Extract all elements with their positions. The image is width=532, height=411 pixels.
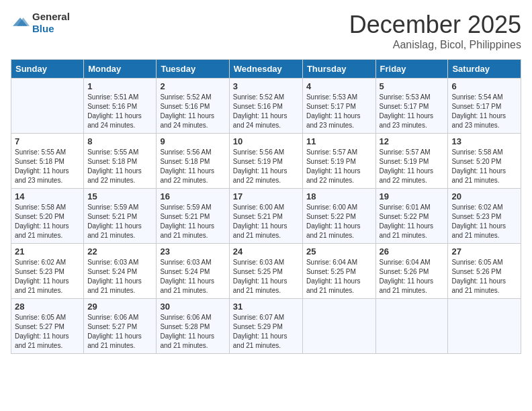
day-number: 5: [380, 81, 445, 91]
calendar-cell: 3Sunrise: 5:52 AMSunset: 5:16 PMDaylight…: [229, 79, 302, 134]
day-number: 11: [306, 136, 372, 146]
calendar-cell: 20Sunrise: 6:02 AMSunset: 5:23 PMDayligh…: [448, 189, 521, 244]
calendar-cell: 6Sunrise: 5:54 AMSunset: 5:17 PMDaylight…: [448, 79, 521, 134]
day-info: Sunrise: 6:03 AMSunset: 5:24 PMDaylight:…: [160, 258, 225, 295]
calendar-cell: 13Sunrise: 5:58 AMSunset: 5:20 PMDayligh…: [448, 134, 521, 189]
logo-icon: [11, 15, 30, 30]
day-info: Sunrise: 5:58 AMSunset: 5:20 PMDaylight:…: [15, 203, 80, 240]
calendar-cell: 12Sunrise: 5:57 AMSunset: 5:19 PMDayligh…: [375, 134, 448, 189]
day-info: Sunrise: 5:52 AMSunset: 5:16 PMDaylight:…: [160, 93, 225, 130]
day-info: Sunrise: 6:05 AMSunset: 5:27 PMDaylight:…: [15, 313, 80, 351]
logo-text-general: General: [32, 11, 70, 22]
calendar-cell: 2Sunrise: 5:52 AMSunset: 5:16 PMDaylight…: [157, 79, 229, 134]
day-info: Sunrise: 5:56 AMSunset: 5:18 PMDaylight:…: [160, 148, 225, 185]
calendar-week-row: 28Sunrise: 6:05 AMSunset: 5:27 PMDayligh…: [11, 299, 521, 354]
calendar-cell: [302, 299, 375, 354]
day-number: 3: [233, 81, 299, 91]
day-info: Sunrise: 6:01 AMSunset: 5:22 PMDaylight:…: [380, 203, 445, 240]
day-info: Sunrise: 5:53 AMSunset: 5:17 PMDaylight:…: [380, 93, 445, 130]
day-info: Sunrise: 5:57 AMSunset: 5:19 PMDaylight:…: [380, 148, 445, 185]
calendar-cell: 9Sunrise: 5:56 AMSunset: 5:18 PMDaylight…: [157, 134, 229, 189]
calendar: SundayMondayTuesdayWednesdayThursdayFrid…: [11, 59, 521, 354]
day-number: 6: [451, 81, 517, 91]
calendar-cell: 16Sunrise: 5:59 AMSunset: 5:21 PMDayligh…: [157, 189, 229, 244]
calendar-header-friday: Friday: [375, 60, 448, 79]
day-number: 25: [306, 246, 372, 257]
day-number: 18: [306, 191, 372, 201]
logo: General Blue: [11, 11, 70, 35]
day-info: Sunrise: 5:59 AMSunset: 5:21 PMDaylight:…: [160, 203, 225, 240]
day-info: Sunrise: 5:58 AMSunset: 5:20 PMDaylight:…: [451, 148, 517, 185]
calendar-cell: 31Sunrise: 6:07 AMSunset: 5:29 PMDayligh…: [229, 299, 302, 354]
calendar-header-monday: Monday: [84, 60, 157, 79]
day-info: Sunrise: 5:57 AMSunset: 5:19 PMDaylight:…: [306, 148, 372, 185]
calendar-header-tuesday: Tuesday: [157, 60, 229, 79]
day-info: Sunrise: 5:54 AMSunset: 5:17 PMDaylight:…: [451, 93, 517, 130]
day-number: 31: [233, 302, 299, 312]
day-number: 22: [87, 246, 152, 257]
day-info: Sunrise: 6:07 AMSunset: 5:29 PMDaylight:…: [233, 313, 299, 351]
day-info: Sunrise: 6:06 AMSunset: 5:27 PMDaylight:…: [87, 313, 152, 351]
day-number: 15: [87, 191, 152, 201]
calendar-cell: 10Sunrise: 5:56 AMSunset: 5:19 PMDayligh…: [229, 134, 302, 189]
day-info: Sunrise: 5:59 AMSunset: 5:21 PMDaylight:…: [87, 203, 152, 240]
calendar-cell: 5Sunrise: 5:53 AMSunset: 5:17 PMDaylight…: [375, 79, 448, 134]
day-info: Sunrise: 6:03 AMSunset: 5:24 PMDaylight:…: [87, 258, 152, 295]
day-number: 28: [15, 302, 80, 312]
calendar-cell: 22Sunrise: 6:03 AMSunset: 5:24 PMDayligh…: [84, 244, 157, 299]
calendar-week-row: 21Sunrise: 6:02 AMSunset: 5:23 PMDayligh…: [11, 244, 521, 299]
calendar-cell: 11Sunrise: 5:57 AMSunset: 5:19 PMDayligh…: [302, 134, 375, 189]
day-info: Sunrise: 6:00 AMSunset: 5:22 PMDaylight:…: [306, 203, 372, 240]
day-info: Sunrise: 6:02 AMSunset: 5:23 PMDaylight:…: [451, 203, 517, 240]
day-info: Sunrise: 5:55 AMSunset: 5:18 PMDaylight:…: [15, 148, 80, 185]
calendar-cell: [375, 299, 448, 354]
calendar-cell: 1Sunrise: 5:51 AMSunset: 5:16 PMDaylight…: [84, 79, 157, 134]
calendar-cell: 24Sunrise: 6:03 AMSunset: 5:25 PMDayligh…: [229, 244, 302, 299]
day-number: 4: [306, 81, 372, 91]
location-title: Aanislag, Bicol, Philippines: [349, 39, 521, 51]
calendar-header-thursday: Thursday: [302, 60, 375, 79]
day-info: Sunrise: 5:55 AMSunset: 5:18 PMDaylight:…: [87, 148, 152, 185]
day-number: 14: [15, 191, 80, 201]
day-number: 26: [380, 246, 445, 257]
calendar-cell: 23Sunrise: 6:03 AMSunset: 5:24 PMDayligh…: [157, 244, 229, 299]
calendar-week-row: 7Sunrise: 5:55 AMSunset: 5:18 PMDaylight…: [11, 134, 521, 189]
day-info: Sunrise: 6:00 AMSunset: 5:21 PMDaylight:…: [233, 203, 299, 240]
day-info: Sunrise: 6:04 AMSunset: 5:25 PMDaylight:…: [306, 258, 372, 295]
day-number: 1: [87, 81, 152, 91]
calendar-cell: 19Sunrise: 6:01 AMSunset: 5:22 PMDayligh…: [375, 189, 448, 244]
calendar-header-row: SundayMondayTuesdayWednesdayThursdayFrid…: [11, 60, 521, 79]
calendar-cell: 25Sunrise: 6:04 AMSunset: 5:25 PMDayligh…: [302, 244, 375, 299]
day-number: 29: [87, 302, 152, 312]
day-number: 20: [451, 191, 517, 201]
day-number: 24: [233, 246, 299, 257]
day-number: 23: [160, 246, 225, 257]
calendar-cell: 27Sunrise: 6:05 AMSunset: 5:26 PMDayligh…: [448, 244, 521, 299]
day-number: 30: [160, 302, 225, 312]
calendar-cell: 28Sunrise: 6:05 AMSunset: 5:27 PMDayligh…: [11, 299, 84, 354]
day-info: Sunrise: 6:04 AMSunset: 5:26 PMDaylight:…: [380, 258, 445, 295]
day-number: 2: [160, 81, 225, 91]
day-number: 21: [15, 246, 80, 257]
day-number: 13: [451, 136, 517, 146]
month-title: December 2025: [349, 11, 521, 39]
day-number: 10: [233, 136, 299, 146]
day-info: Sunrise: 5:53 AMSunset: 5:17 PMDaylight:…: [306, 93, 372, 130]
day-info: Sunrise: 5:52 AMSunset: 5:16 PMDaylight:…: [233, 93, 299, 130]
calendar-header-sunday: Sunday: [11, 60, 84, 79]
title-area: December 2025 Aanislag, Bicol, Philippin…: [349, 11, 521, 51]
calendar-cell: 21Sunrise: 6:02 AMSunset: 5:23 PMDayligh…: [11, 244, 84, 299]
calendar-cell: 8Sunrise: 5:55 AMSunset: 5:18 PMDaylight…: [84, 134, 157, 189]
day-info: Sunrise: 6:03 AMSunset: 5:25 PMDaylight:…: [233, 258, 299, 295]
day-number: 19: [380, 191, 445, 201]
day-number: 8: [87, 136, 152, 146]
calendar-cell: [11, 79, 84, 134]
day-number: 9: [160, 136, 225, 146]
day-info: Sunrise: 5:51 AMSunset: 5:16 PMDaylight:…: [87, 93, 152, 130]
day-number: 7: [15, 136, 80, 146]
calendar-header-wednesday: Wednesday: [229, 60, 302, 79]
day-number: 17: [233, 191, 299, 201]
calendar-cell: 14Sunrise: 5:58 AMSunset: 5:20 PMDayligh…: [11, 189, 84, 244]
calendar-cell: 15Sunrise: 5:59 AMSunset: 5:21 PMDayligh…: [84, 189, 157, 244]
day-number: 12: [380, 136, 445, 146]
